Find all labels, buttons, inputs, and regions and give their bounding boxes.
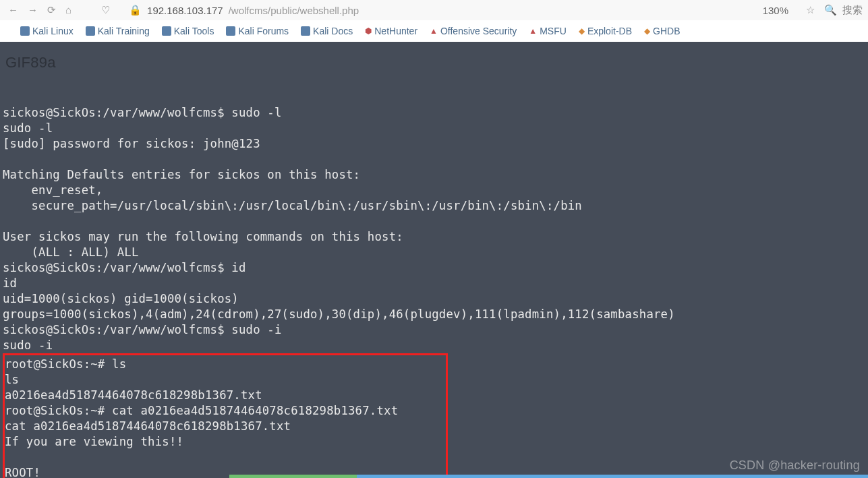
page-background-text: GIF89a [5, 53, 56, 72]
bookmark-label: Kali Tools [174, 26, 214, 36]
kali-icon [86, 26, 95, 36]
nav-buttons: ← → ⟳ ⌂ [5, 4, 74, 16]
back-button[interactable]: ← [5, 4, 21, 16]
ghdb-icon: ◆ [644, 26, 650, 36]
terminal-output[interactable]: GIF89a sickos@SickOs:/var/www/wolfcms$ s… [0, 42, 868, 478]
lock-icon: 🔒 [129, 4, 142, 16]
bookmark-label: Offensive Security [440, 26, 517, 36]
term-line: sudo -l [3, 121, 53, 135]
bookmark-msfu[interactable]: ▲MSFU [529, 26, 567, 36]
forward-button[interactable]: → [25, 4, 40, 16]
browser-toolbar: ← → ⟳ ⌂ ♡ 🔒 192.168.103.177/wolfcms/publ… [0, 0, 868, 20]
term-line: Matching Defaults entries for sickos on … [3, 168, 360, 181]
term-line: (ALL : ALL) ALL [3, 245, 138, 259]
bookmark-label: NetHunter [374, 26, 417, 36]
term-line: root@SickOs:~# ls [5, 357, 126, 371]
terminal-content: sickos@SickOs:/var/www/wolfcms$ sudo -l … [3, 90, 865, 478]
bookmark-exploit-db[interactable]: ◆Exploit-DB [579, 26, 632, 36]
offsec-icon: ▲ [430, 26, 438, 36]
term-line: secure_path=/usr/local/sbin\:/usr/local/… [3, 199, 582, 212]
bookmark-ghdb[interactable]: ◆GHDB [644, 26, 680, 36]
term-line: root@SickOs:~# cat a0216ea4d51874464078c… [5, 404, 398, 417]
term-line: cat a0216ea4d51874464078c618298b1367.txt [5, 419, 291, 433]
bookmark-label: Kali Training [98, 26, 150, 36]
bookmark-label: Kali Docs [313, 26, 353, 36]
kali-icon [226, 26, 235, 36]
bookmark-kali-tools[interactable]: Kali Tools [162, 26, 214, 36]
term-line: sickos@SickOs:/var/www/wolfcms$ sudo -i [3, 323, 282, 336]
term-line: uid=1000(sickos) gid=1000(sickos) groups… [3, 291, 616, 322]
bookmarks-bar: Kali Linux Kali Training Kali Tools Kali… [0, 20, 868, 42]
bookmark-label: Kali Linux [32, 26, 74, 36]
bookmark-label: GHDB [653, 26, 680, 36]
term-line: ls [5, 373, 19, 386]
search-label[interactable]: 搜索 [842, 4, 863, 17]
msfu-icon: ▲ [529, 26, 537, 36]
term-line: a0216ea4d51874464078c618298b1367.txt [5, 388, 262, 402]
url-path[interactable]: /wolfcms/public/webshell.php [229, 5, 359, 16]
kali-icon [20, 26, 30, 36]
search-icon[interactable]: 🔍 [824, 4, 837, 16]
taskbar-strip [229, 475, 868, 478]
term-line: User sickos may run the following comman… [3, 230, 403, 243]
zoom-level[interactable]: 130% [763, 5, 788, 16]
exploitdb-icon: ◆ [579, 26, 585, 36]
bookmark-label: Exploit-DB [587, 26, 632, 36]
home-button[interactable]: ⌂ [63, 4, 74, 16]
bookmark-kali-training[interactable]: Kali Training [86, 26, 150, 36]
highlighted-root-section: root@SickOs:~# ls ls a0216ea4d5187446407… [3, 353, 448, 478]
bookmark-kali-docs[interactable]: Kali Docs [301, 26, 353, 36]
term-line: [sudo] password for sickos: john@123 [3, 137, 260, 150]
term-line: If you are viewing this!! [5, 435, 183, 448]
url-host[interactable]: 192.168.103.177 [147, 5, 223, 16]
nethunter-icon: ⬢ [365, 26, 372, 36]
term-line: id [3, 276, 17, 290]
reload-button[interactable]: ⟳ [45, 4, 59, 16]
bookmark-star-icon[interactable]: ☆ [802, 4, 819, 16]
term-line: sickos@SickOs:/var/www/wolfcms$ id [3, 261, 246, 274]
term-line: sudo -i [3, 338, 53, 352]
bookmark-kali-linux[interactable]: Kali Linux [20, 26, 74, 36]
bookmark-label: Kali Forums [238, 26, 289, 36]
bookmark-offensive-security[interactable]: ▲Offensive Security [430, 26, 517, 36]
term-line: env_reset, [3, 183, 103, 197]
kali-icon [301, 26, 310, 36]
bookmark-nethunter[interactable]: ⬢NetHunter [365, 26, 417, 36]
bookmark-kali-forums[interactable]: Kali Forums [226, 26, 289, 36]
term-line: sickos@SickOs:/var/www/wolfcms$ sudo -l [3, 106, 282, 119]
kali-icon [162, 26, 171, 36]
term-line: ROOT! [5, 466, 40, 478]
shield-icon: ♡ [101, 4, 110, 16]
bookmark-label: MSFU [540, 26, 567, 36]
